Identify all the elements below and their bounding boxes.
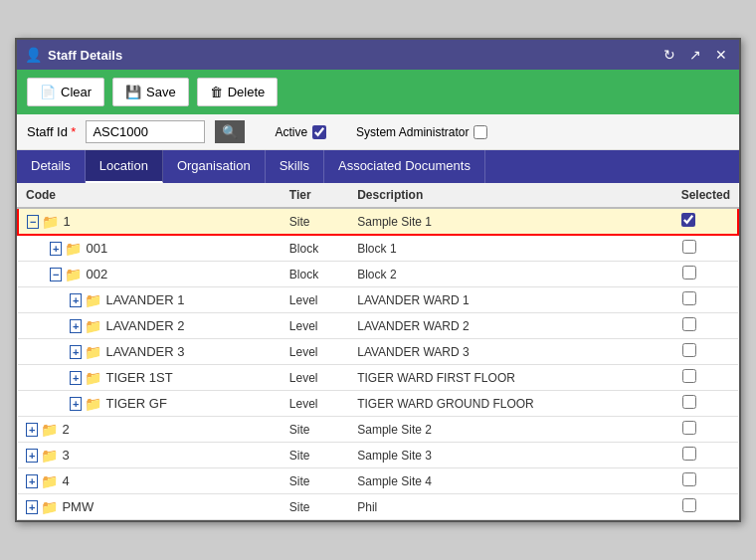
cell-description: LAVANDER WARD 2	[349, 313, 640, 339]
tab-associated-documents[interactable]: Associated Documents	[324, 150, 485, 183]
cell-selected	[640, 468, 738, 494]
save-button[interactable]: 💾 Save	[112, 78, 189, 106]
expand-icon[interactable]: +	[26, 500, 38, 514]
code-value: TIGER 1ST	[105, 370, 172, 385]
expand-icon[interactable]: +	[70, 371, 82, 385]
tab-location[interactable]: Location	[86, 150, 163, 183]
folder-icon: 📁	[85, 344, 101, 360]
folder-icon: 📁	[41, 422, 58, 438]
selected-checkbox[interactable]	[682, 472, 696, 486]
table-row: +📁4SiteSample Site 4	[18, 468, 738, 494]
cell-description: Sample Site 2	[349, 417, 640, 443]
cell-selected	[640, 208, 738, 235]
selected-checkbox[interactable]	[682, 498, 696, 512]
selected-checkbox[interactable]	[682, 395, 696, 409]
cell-code: +📁001	[18, 235, 282, 262]
cell-code: +📁LAVANDER 2	[18, 313, 282, 339]
cell-code: +📁PMW	[18, 494, 282, 520]
code-value: PMW	[62, 499, 94, 514]
tab-skills[interactable]: Skills	[266, 150, 324, 183]
cell-tier: Block	[282, 262, 349, 287]
active-checkbox[interactable]	[312, 125, 326, 139]
cell-code: +📁2	[18, 417, 282, 443]
cell-description: Sample Site 3	[349, 443, 640, 468]
window-title: Staff Details	[48, 48, 122, 63]
table-row: +📁3SiteSample Site 3	[18, 443, 738, 468]
staff-id-input[interactable]	[86, 120, 205, 143]
selected-checkbox[interactable]	[681, 213, 695, 227]
cell-tier: Site	[282, 443, 349, 468]
expand-icon[interactable]: +	[26, 423, 38, 437]
required-indicator: *	[71, 124, 76, 139]
resize-button[interactable]: ↗	[685, 45, 705, 65]
code-value: 4	[62, 473, 69, 488]
selected-checkbox[interactable]	[682, 447, 696, 461]
collapse-icon[interactable]: −	[50, 268, 62, 281]
cell-code: −📁1	[18, 208, 282, 235]
location-table-container: Code Tier Description Selected −📁1SiteSa…	[17, 183, 739, 520]
table-row: +📁LAVANDER 1LevelLAVANDER WARD 1	[18, 287, 738, 313]
cell-tier: Level	[282, 365, 349, 391]
search-button[interactable]: 🔍	[215, 120, 245, 143]
selected-checkbox[interactable]	[682, 317, 696, 331]
code-value: 3	[62, 448, 69, 463]
tab-details[interactable]: Details	[17, 150, 86, 183]
staff-details-window: 👤 Staff Details ↻ ↗ ✕ 📄 Clear 💾 Save 🗑 D…	[15, 38, 741, 522]
selected-checkbox[interactable]	[682, 291, 696, 305]
cell-code: −📁002	[18, 262, 282, 287]
cell-tier: Site	[282, 494, 349, 520]
code-value: 002	[86, 267, 107, 281]
cell-selected	[640, 339, 738, 365]
folder-icon: 📁	[41, 499, 58, 515]
active-label: Active	[275, 125, 307, 139]
delete-icon: 🗑	[210, 85, 223, 99]
clear-button[interactable]: 📄 Clear	[27, 78, 104, 106]
code-value: TIGER GF	[105, 396, 166, 411]
selected-checkbox[interactable]	[682, 343, 696, 357]
selected-checkbox[interactable]	[682, 369, 696, 383]
toolbar: 📄 Clear 💾 Save 🗑 Delete	[17, 70, 739, 114]
cell-description: TIGER WARD GROUND FLOOR	[349, 391, 640, 417]
expand-icon[interactable]: +	[70, 293, 82, 307]
cell-description: Block 1	[349, 235, 640, 262]
expand-icon[interactable]: +	[70, 397, 82, 411]
search-bar: Staff Id * 🔍 Active System Administrator	[17, 114, 739, 150]
tab-organisation[interactable]: Organisation	[163, 150, 266, 183]
cell-description: TIGER WARD FIRST FLOOR	[349, 365, 640, 391]
code-value: LAVANDER 1	[105, 292, 184, 307]
refresh-button[interactable]: ↻	[660, 45, 679, 65]
cell-description: Sample Site 4	[349, 468, 640, 494]
cell-selected	[640, 417, 738, 443]
table-row: +📁LAVANDER 2LevelLAVANDER WARD 2	[18, 313, 738, 339]
expand-icon[interactable]: +	[70, 319, 82, 333]
cell-description: Sample Site 1	[349, 208, 640, 235]
delete-button[interactable]: 🗑 Delete	[197, 78, 279, 106]
save-label: Save	[146, 85, 176, 99]
code-value: 001	[86, 241, 107, 256]
close-button[interactable]: ✕	[711, 45, 731, 65]
selected-checkbox[interactable]	[682, 266, 696, 280]
cell-tier: Site	[282, 208, 349, 235]
table-row: +📁001BlockBlock 1	[18, 235, 738, 262]
table-row: +📁LAVANDER 3LevelLAVANDER WARD 3	[18, 339, 738, 365]
cell-code: +📁LAVANDER 3	[18, 339, 282, 365]
selected-checkbox[interactable]	[682, 240, 696, 254]
clear-label: Clear	[61, 85, 92, 99]
selected-checkbox[interactable]	[682, 421, 696, 435]
table-row: −📁002BlockBlock 2	[18, 262, 738, 287]
cell-tier: Level	[282, 287, 349, 313]
save-icon: 💾	[125, 85, 141, 99]
collapse-icon[interactable]: −	[27, 215, 39, 229]
cell-tier: Site	[282, 468, 349, 494]
table-row: +📁TIGER GFLevelTIGER WARD GROUND FLOOR	[18, 391, 738, 417]
expand-icon[interactable]: +	[70, 345, 82, 359]
folder-icon: 📁	[42, 214, 59, 230]
folder-icon: 📁	[85, 318, 101, 334]
expand-icon[interactable]: +	[50, 242, 62, 256]
expand-icon[interactable]: +	[26, 449, 38, 463]
cell-selected	[640, 287, 738, 313]
cell-selected	[640, 494, 738, 520]
sysadmin-checkbox[interactable]	[473, 125, 487, 139]
expand-icon[interactable]: +	[26, 474, 38, 488]
col-description: Description	[349, 183, 640, 208]
